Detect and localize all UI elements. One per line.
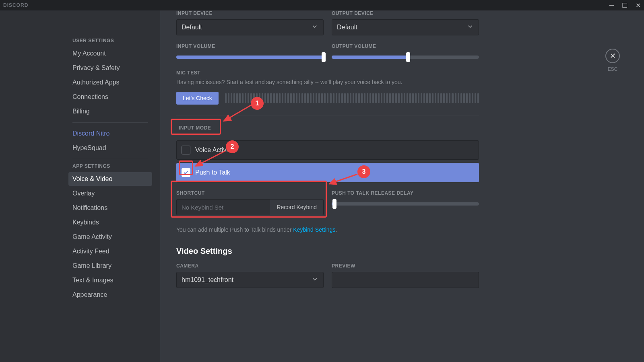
record-keybind-button[interactable]: Record Keybind (270, 200, 323, 215)
close-esc-label: ESC (605, 66, 620, 72)
output-device-label: Output Device (332, 10, 479, 16)
camera-value: hm1091_techfront (182, 276, 233, 284)
shortcut-value: No Keybind Set (177, 204, 270, 211)
svg-line-0 (224, 104, 253, 121)
sidebar-item-my-account[interactable]: My Account (68, 47, 152, 60)
window-minimize-icon[interactable]: ─ (609, 2, 614, 9)
sidebar-item-game-activity[interactable]: Game Activity (68, 230, 152, 244)
output-device-value: Default (337, 24, 357, 31)
shortcut-box: No Keybind Set Record Keybind (176, 199, 324, 215)
sidebar-item-discord-nitro[interactable]: Discord Nitro (68, 127, 152, 140)
input-mode-label: Input Mode (176, 123, 213, 132)
output-volume-slider[interactable] (332, 56, 479, 59)
input-mode-voice-activity[interactable]: Voice Activity (176, 140, 479, 160)
checkbox-checked-icon (182, 168, 190, 177)
titlebar: DISCORD ─ ☐ ✕ (0, 0, 644, 10)
sidebar-item-game-library[interactable]: Game Library (68, 259, 152, 273)
mic-test-label: Mic Test (176, 70, 628, 76)
sidebar-item-text-images[interactable]: Text & Images (68, 274, 152, 287)
divider (176, 115, 479, 115)
lets-check-button[interactable]: Let's Check (176, 92, 219, 105)
input-device-select[interactable]: Default (176, 19, 324, 35)
camera-label: Camera (176, 263, 324, 269)
ptt-delay-slider[interactable] (332, 202, 479, 206)
sidebar-item-activity-feed[interactable]: Activity Feed (68, 245, 152, 258)
output-device-select[interactable]: Default (332, 19, 479, 35)
chevron-down-icon (466, 23, 474, 32)
sidebar-item-authorized-apps[interactable]: Authorized Apps (68, 76, 152, 89)
mic-meter (225, 93, 479, 103)
input-volume-label: Input Volume (176, 43, 324, 49)
checkbox-icon (182, 146, 190, 154)
preview-box (332, 272, 479, 288)
settings-content: ✕ ESC Input Device Default Output Device… (160, 10, 644, 362)
chevron-down-icon (311, 276, 318, 284)
mic-test-hint: Having mic issues? Start a test and say … (176, 79, 628, 85)
sidebar-item-overlay[interactable]: Overlay (68, 187, 152, 200)
voice-activity-label: Voice Activity (195, 146, 233, 154)
output-volume-label: Output Volume (332, 43, 479, 49)
sidebar-item-keybinds[interactable]: Keybinds (68, 216, 152, 229)
sidebar-item-connections[interactable]: Connections (68, 90, 152, 104)
sidebar-item-hypesquad[interactable]: HypeSquad (68, 141, 152, 155)
window-close-icon[interactable]: ✕ (636, 2, 641, 9)
section-user-settings: User Settings (72, 38, 148, 43)
window-maximize-icon[interactable]: ☐ (622, 2, 627, 9)
close-settings-button[interactable]: ✕ (605, 49, 620, 63)
sidebar-item-privacy-safety[interactable]: Privacy & Safety (68, 61, 152, 75)
camera-select[interactable]: hm1091_techfront (176, 272, 324, 288)
sidebar-item-notifications[interactable]: Notifications (68, 201, 152, 215)
shortcut-label: Shortcut (176, 190, 324, 196)
app-brand: DISCORD (3, 2, 28, 8)
sidebar-item-voice-video[interactable]: Voice & Video (68, 172, 152, 186)
sidebar-item-appearance[interactable]: Appearance (68, 288, 152, 302)
ptt-delay-label: Push to Talk Release Delay (332, 190, 479, 196)
keybind-info: You can add multiple Push to Talk binds … (176, 226, 479, 233)
input-device-value: Default (182, 24, 202, 31)
sidebar-item-billing[interactable]: Billing (68, 105, 152, 118)
input-mode-push-to-talk[interactable]: Push to Talk (176, 163, 479, 182)
input-device-label: Input Device (176, 10, 324, 16)
preview-label: Preview (332, 263, 479, 269)
divider (72, 122, 148, 123)
section-app-settings: App Settings (72, 163, 148, 169)
divider (72, 159, 148, 159)
input-volume-slider[interactable] (176, 56, 324, 59)
chevron-down-icon (311, 23, 318, 32)
keybind-settings-link[interactable]: Keybind Settings (293, 226, 335, 233)
annotation-arrow-1 (221, 101, 257, 125)
video-settings-heading: Video Settings (176, 247, 628, 256)
settings-sidebar: User Settings My Account Privacy & Safet… (0, 10, 160, 362)
ptt-label: Push to Talk (195, 169, 230, 176)
